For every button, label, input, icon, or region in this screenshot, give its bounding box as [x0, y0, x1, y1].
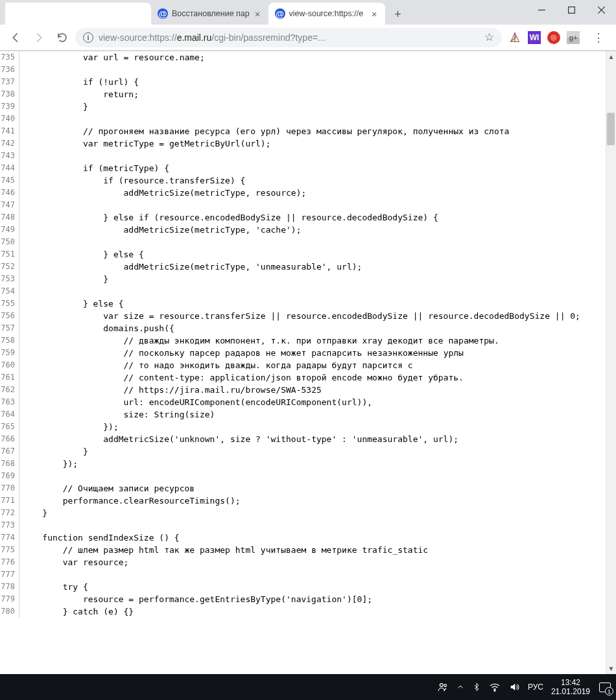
line-number: 771	[0, 495, 19, 507]
line-code[interactable]: }	[19, 100, 616, 113]
line-code[interactable]: if (metricType) {	[19, 162, 616, 174]
line-code[interactable]: if (resource.transferSize) {	[19, 174, 616, 187]
minimize-button[interactable]	[527, 0, 556, 19]
line-code[interactable]: performance.clearResourceTimings();	[19, 495, 616, 507]
line-code[interactable]: } else {	[19, 298, 616, 310]
line-code[interactable]: });	[19, 421, 616, 433]
scroll-down-arrow[interactable]: ▼	[606, 663, 616, 674]
line-number: 755	[0, 298, 19, 310]
line-number: 780	[0, 605, 19, 618]
line-code[interactable]: }	[19, 507, 616, 519]
line-code[interactable]: // content-type: application/json второй…	[19, 371, 616, 384]
vertical-scrollbar[interactable]: ▲ ▼	[606, 51, 616, 674]
source-line: 754	[0, 285, 616, 298]
line-number: 774	[0, 531, 19, 544]
source-line: 746 addMetricSize(metricType, resource);	[0, 187, 616, 199]
source-content[interactable]: 735 var url = resource.name;736737 if (!…	[0, 51, 616, 674]
line-number: 735	[0, 51, 19, 64]
line-code[interactable]: var metricType = getMetricByUrl(url);	[19, 137, 616, 150]
tab-inactive[interactable]: @ Восстановление пар ×	[151, 3, 268, 25]
volume-icon[interactable]	[508, 682, 520, 692]
svg-point-8	[494, 690, 495, 692]
line-code[interactable]: addMetricSize('unknown', size ? 'without…	[19, 433, 616, 445]
line-code[interactable]: // https://jira.mail.ru/browse/SWA-5325	[19, 384, 616, 396]
line-code[interactable]: addMetricSize(metricType, 'unmeasurable'…	[19, 261, 616, 273]
line-code[interactable]: // Очищаем записи ресурсов	[19, 482, 616, 495]
reload-button[interactable]	[52, 27, 73, 48]
source-line: 737 if (!url) {	[0, 76, 616, 88]
line-code[interactable]: try {	[19, 581, 616, 593]
new-tab-button[interactable]: +	[389, 5, 407, 23]
source-line: 780 } catch (e) {}	[0, 605, 616, 618]
extension-icon-3[interactable]: ◎	[547, 31, 560, 44]
tab-blank[interactable]	[5, 3, 151, 25]
line-code[interactable]: // прогоняем название ресурса (его урл) …	[19, 125, 616, 137]
extension-icon-4[interactable]: g+	[567, 31, 580, 44]
source-line: 762 // https://jira.mail.ru/browse/SWA-5…	[0, 384, 616, 396]
line-code[interactable]: // то надо энкодить дважды. когда радары…	[19, 359, 616, 371]
line-code[interactable]: function sendIndexSize () {	[19, 531, 616, 544]
close-window-button[interactable]	[586, 0, 616, 19]
line-code[interactable]: resource = performance.getEntriesByType(…	[19, 593, 616, 605]
line-code[interactable]: });	[19, 458, 616, 470]
source-line: 747	[0, 199, 616, 211]
line-number: 752	[0, 261, 19, 273]
line-code[interactable]: // шлем размер html так же размер html у…	[19, 544, 616, 556]
site-info-icon[interactable]: i	[83, 32, 93, 43]
line-code[interactable]: // дважды энкодим компонент, т.к. при от…	[19, 334, 616, 347]
line-code[interactable]: size: String(size)	[19, 408, 616, 421]
line-number: 769	[0, 470, 19, 482]
line-code[interactable]: var url = resource.name;	[19, 51, 616, 64]
browser-menu-button[interactable]: ⋮	[586, 30, 611, 45]
line-code[interactable]: if (!url) {	[19, 76, 616, 88]
line-code[interactable]: domains.push({	[19, 322, 616, 334]
maximize-button[interactable]	[556, 0, 586, 19]
tab-title: Восстановление пар	[172, 9, 250, 18]
line-code[interactable]: } catch (e) {}	[19, 605, 616, 618]
line-code[interactable]: }	[19, 445, 616, 458]
address-bar[interactable]: i view-source:https://e.mail.ru/cgi-bin/…	[75, 28, 502, 47]
line-code[interactable]: addMetricSize(metricType, resource);	[19, 187, 616, 199]
extension-icon-2[interactable]: WI	[528, 31, 541, 44]
line-number: 778	[0, 581, 19, 593]
bookmark-star-icon[interactable]: ☆	[484, 30, 494, 44]
extension-icon-1[interactable]	[508, 31, 521, 44]
line-number: 745	[0, 174, 19, 187]
forward-button[interactable]	[29, 27, 49, 48]
line-code[interactable]: var size = resource.transferSize || reso…	[19, 310, 616, 322]
source-line: 757 domains.push({	[0, 322, 616, 334]
people-icon[interactable]	[437, 681, 449, 693]
close-tab-icon[interactable]: ×	[370, 8, 379, 19]
scrollbar-thumb[interactable]	[607, 113, 615, 145]
line-number: 739	[0, 100, 19, 113]
bluetooth-icon[interactable]	[472, 681, 481, 693]
source-line: 776 var resource;	[0, 556, 616, 568]
source-line: 778 try {	[0, 581, 616, 593]
input-language[interactable]: РУС	[528, 682, 543, 692]
line-number: 757	[0, 322, 19, 334]
clock[interactable]: 13:42 21.01.2019	[551, 678, 590, 696]
line-number: 753	[0, 273, 19, 285]
line-code[interactable]: } else {	[19, 248, 616, 261]
source-line: 765 });	[0, 421, 616, 433]
tab-active[interactable]: @ view-source:https://e ×	[268, 3, 385, 25]
action-center-icon[interactable]: 1	[598, 680, 612, 694]
line-code[interactable]: }	[19, 273, 616, 285]
line-code[interactable]: url: encodeURIComponent(encodeURICompone…	[19, 396, 616, 408]
back-button[interactable]	[5, 27, 26, 48]
line-number: 779	[0, 593, 19, 605]
close-tab-icon[interactable]: ×	[254, 8, 262, 19]
browser-toolbar: i view-source:https://e.mail.ru/cgi-bin/…	[0, 25, 616, 51]
line-code[interactable]: // поскольку парсер радаров не может рас…	[19, 347, 616, 359]
line-code[interactable]: } else if (resource.encodedBodySize || r…	[19, 211, 616, 224]
wifi-icon[interactable]	[489, 682, 501, 692]
tray-chevron-icon[interactable]	[456, 683, 464, 691]
line-number: 762	[0, 384, 19, 396]
source-line: 749 addMetricSize(metricType, 'cache');	[0, 224, 616, 236]
line-number: 761	[0, 371, 19, 384]
line-code[interactable]: return;	[19, 88, 616, 100]
source-line: 745 if (resource.transferSize) {	[0, 174, 616, 187]
line-code[interactable]: addMetricSize(metricType, 'cache');	[19, 224, 616, 236]
line-code[interactable]: var resource;	[19, 556, 616, 568]
scroll-up-arrow[interactable]: ▲	[606, 51, 616, 62]
